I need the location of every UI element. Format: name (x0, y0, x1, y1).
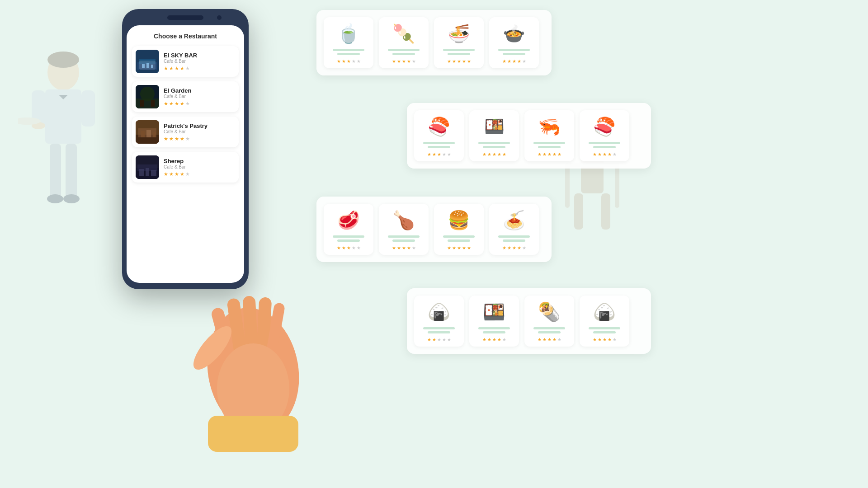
star-3: ★ (175, 136, 179, 142)
restaurant-info-skybar: El SKY BAR Cafe & Bar ★ ★ ★ ★ ★ (164, 52, 235, 71)
star-2: ★ (169, 101, 174, 107)
stars-skybar: ★ ★ ★ ★ ★ (164, 66, 235, 71)
food-name-line (478, 142, 510, 144)
svg-point-1 (47, 52, 79, 68)
restaurant-list: El SKY BAR Cafe & Bar ★ ★ ★ ★ ★ (127, 44, 244, 184)
food-icon-sushi3: 🦐 (538, 115, 561, 138)
food-stars-roll1: ★ ★ ★ ★ ★ (427, 337, 451, 342)
food-icon-soup: 🍲 (503, 22, 525, 45)
restaurant-name-garden: El Garden (164, 87, 235, 94)
restaurant-thumb-skybar (136, 50, 159, 73)
food-card-burger[interactable]: 🍔 ★ ★ ★ ★ ★ (434, 204, 484, 255)
restaurant-type-garden: Cafe & Bar (164, 94, 235, 99)
food-card-roll2[interactable]: 🍱 ★ ★ ★ ★ ★ (469, 296, 519, 347)
food-stars-skewer: ★ ★ ★ ★ ★ (392, 59, 416, 64)
star-1: ★ (164, 171, 168, 177)
food-card-steak[interactable]: 🥩 ★ ★ ★ ★ ★ (324, 204, 373, 255)
svg-rect-19 (136, 50, 159, 73)
food-stars-sushi2: ★ ★ ★ ★ ★ (482, 152, 506, 157)
food-desc-line (483, 146, 505, 148)
food-card-roll1[interactable]: 🍙 ★ ★ ★ ★ ★ (414, 296, 464, 347)
food-stars-sushi3: ★ ★ ★ ★ ★ (538, 152, 561, 157)
svg-rect-20 (137, 62, 157, 70)
restaurant-thumb-sherep (136, 155, 159, 179)
food-card-noodles[interactable]: 🍜 ★ ★ ★ ★ ★ (434, 17, 484, 68)
food-desc-line (483, 331, 505, 333)
food-card-sushi2[interactable]: 🍱 ★ ★ ★ ★ ★ (469, 110, 519, 161)
phone-camera (217, 15, 222, 20)
svg-rect-17 (615, 163, 619, 208)
restaurant-type-skybar: Cafe & Bar (164, 59, 235, 64)
food-stars-sushi4: ★ ★ ★ ★ ★ (593, 152, 617, 157)
food-card-pasta[interactable]: 🍝 ★ ★ ★ ★ ★ (489, 204, 539, 255)
restaurant-type-patricks: Cafe & Bar (164, 129, 235, 134)
food-card-tea[interactable]: 🍵 ★ ★ ★ ★ ★ (324, 17, 373, 68)
food-card-salmon[interactable]: 🍗 ★ ★ ★ ★ ★ (379, 204, 429, 255)
food-name-line (333, 49, 364, 51)
star-3: ★ (175, 171, 179, 177)
food-desc-line (503, 53, 525, 55)
stars-sherep: ★ ★ ★ ★ ★ (164, 171, 235, 177)
food-icon-burger: 🍔 (448, 208, 470, 232)
food-desc-line (448, 239, 470, 242)
food-icon-sushi2: 🍱 (484, 115, 505, 138)
food-desc-line (503, 239, 525, 242)
svg-rect-22 (142, 64, 145, 68)
svg-rect-34 (146, 130, 151, 137)
food-card-roll4[interactable]: 🍙 ★ ★ ★ ★ ★ (580, 296, 629, 347)
food-name-line (333, 235, 364, 238)
star-4: ★ (180, 136, 184, 142)
star-5: ★ (185, 171, 190, 177)
svg-point-27 (140, 87, 155, 101)
food-stars-tea: ★ ★ ★ ★ ★ (337, 59, 361, 64)
food-icon-skewer: 🍡 (392, 22, 415, 45)
restaurant-item-sherep[interactable]: Sherep Cafe & Bar ★ ★ ★ ★ ★ (132, 152, 239, 183)
restaurant-item-patricks[interactable]: Patrick's Pastry Cafe & Bar ★ ★ ★ ★ ★ (132, 117, 239, 147)
food-panel-1: 🍵 ★ ★ ★ ★ ★ 🍡 ★ ★ ★ ★ ★ 🍜 ★ ★ ★ ★ (316, 10, 552, 75)
food-name-line (498, 49, 530, 51)
waiter-illustration (18, 36, 108, 352)
food-stars-steak: ★ ★ ★ ★ ★ (337, 245, 361, 250)
restaurant-info-garden: El Garden Cafe & Bar ★ ★ ★ ★ ★ (164, 87, 235, 107)
food-name-line (589, 327, 620, 329)
food-name-line (388, 235, 420, 238)
star-1: ★ (164, 66, 168, 71)
svg-rect-14 (574, 193, 583, 230)
food-card-soup[interactable]: 🍲 ★ ★ ★ ★ ★ (489, 17, 539, 68)
restaurant-name-patricks: Patrick's Pastry (164, 122, 235, 129)
food-card-roll3[interactable]: 🌯 ★ ★ ★ ★ ★ (524, 296, 574, 347)
food-stars-roll4: ★ ★ ★ ★ ★ (593, 337, 617, 342)
restaurant-item-skybar[interactable]: El SKY BAR Cafe & Bar ★ ★ ★ ★ ★ (132, 46, 239, 77)
food-icon-sushi4: 🍣 (593, 115, 616, 138)
food-card-sushi3[interactable]: 🦐 ★ ★ ★ ★ ★ (524, 110, 574, 161)
svg-rect-41 (151, 170, 156, 176)
food-desc-line (448, 53, 470, 55)
star-4: ★ (180, 171, 184, 177)
food-name-line (388, 49, 420, 51)
star-5: ★ (185, 136, 190, 142)
restaurant-item-garden[interactable]: El Garden Cafe & Bar ★ ★ ★ ★ ★ (132, 81, 239, 112)
food-name-line (498, 235, 530, 238)
food-panel-3: 🥩 ★ ★ ★ ★ ★ 🍗 ★ ★ ★ ★ ★ 🍔 ★ ★ ★ ★ (316, 197, 552, 262)
restaurant-type-sherep: Cafe & Bar (164, 164, 235, 169)
food-desc-line (392, 53, 415, 55)
svg-rect-29 (151, 100, 155, 107)
svg-rect-35 (153, 132, 156, 137)
food-name-line (443, 235, 475, 238)
food-icon-steak: 🥩 (337, 208, 360, 232)
food-card-skewer[interactable]: 🍡 ★ ★ ★ ★ ★ (379, 17, 429, 68)
food-desc-line (593, 146, 616, 148)
food-name-line (533, 142, 565, 144)
food-card-sushi4[interactable]: 🍣 ★ ★ ★ ★ ★ (580, 110, 629, 161)
food-card-sushi1[interactable]: 🍣 ★ ★ ★ ★ ★ (414, 110, 464, 161)
svg-rect-23 (146, 63, 149, 68)
restaurant-thumb-garden (136, 85, 159, 108)
food-desc-line (538, 331, 561, 333)
stars-patricks: ★ ★ ★ ★ ★ (164, 136, 235, 142)
food-stars-pasta: ★ ★ ★ ★ ★ (502, 245, 526, 250)
star-2: ★ (169, 171, 174, 177)
restaurant-name-skybar: El SKY BAR (164, 52, 235, 59)
star-2: ★ (169, 136, 174, 142)
svg-rect-21 (139, 59, 156, 64)
restaurant-info-patricks: Patrick's Pastry Cafe & Bar ★ ★ ★ ★ ★ (164, 122, 235, 142)
